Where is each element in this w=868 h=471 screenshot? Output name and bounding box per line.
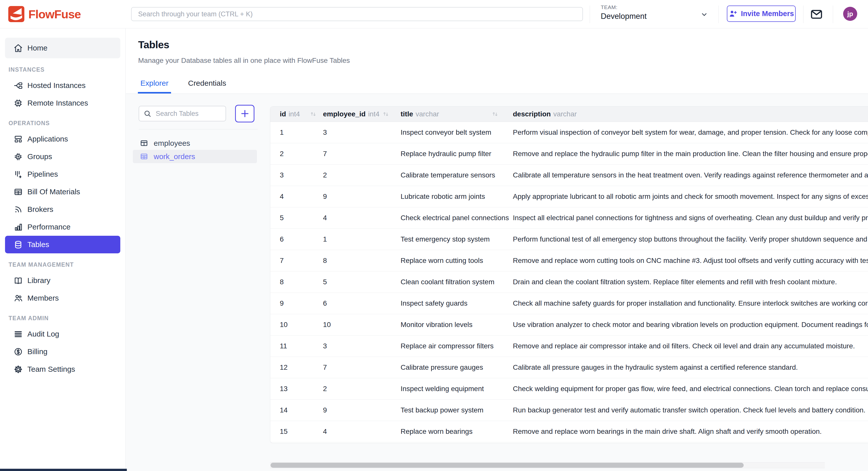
table-row[interactable]: 13 2 Inspect welding equipment Check wel… — [270, 378, 868, 400]
cell-employee-id: 10 — [323, 321, 401, 329]
page-header: Tables Manage your Database tables all i… — [126, 28, 868, 94]
sidebar-item-billing[interactable]: Billing — [5, 343, 120, 360]
divider — [138, 129, 258, 129]
cell-id: 9 — [270, 299, 323, 307]
tab-credentials[interactable]: Credentials — [186, 79, 229, 93]
scrollbar-thumb[interactable] — [271, 463, 744, 468]
table-list-item-work-orders[interactable]: work_orders — [133, 150, 257, 163]
table-row[interactable]: 12 7 Calibrate pressure gauges Calibrate… — [270, 357, 868, 378]
cell-id: 4 — [270, 193, 323, 201]
cell-title: Calibrate temperature sensors — [401, 171, 513, 179]
cell-id: 14 — [270, 406, 323, 414]
cell-id: 1 — [270, 128, 323, 137]
cell-id: 13 — [270, 385, 323, 393]
sidebar-item-team-settings[interactable]: Team Settings — [5, 360, 120, 378]
cell-id: 10 — [270, 321, 323, 329]
section-label-operations: OPERATIONS — [8, 120, 117, 127]
table-row[interactable]: 10 10 Monitor vibration levels Use vibra… — [270, 314, 868, 335]
cell-description: Inspect all electrical panel connections… — [513, 214, 868, 222]
sort-icon[interactable] — [491, 110, 499, 118]
invite-members-button[interactable]: Invite Members — [727, 5, 796, 22]
search-tables-input[interactable] — [138, 106, 226, 121]
flowfuse-logo[interactable]: FlowFuse — [8, 6, 81, 22]
billing-icon — [13, 347, 23, 356]
plus-icon — [240, 109, 250, 119]
notifications-button[interactable] — [810, 7, 823, 21]
sidebar-item-library[interactable]: Library — [5, 272, 120, 289]
bill-of-materials-icon — [13, 187, 23, 197]
cell-description: Perform visual inspection of conveyor be… — [513, 128, 868, 137]
sidebar-item-audit-log[interactable]: Audit Log — [5, 325, 120, 343]
sidebar-item-bill-of-materials[interactable]: Bill Of Materials — [5, 183, 120, 201]
sidebar-item-label: Remote Instances — [27, 99, 88, 107]
cell-id: 5 — [270, 214, 323, 222]
cell-title: Replace worn cutting tools — [401, 257, 513, 265]
sidebar-item-label: Pipelines — [27, 170, 58, 178]
section-label-team-admin: TEAM ADMIN — [8, 315, 117, 322]
table-row[interactable]: 2 7 Replace hydraulic pump filter Remove… — [270, 143, 868, 165]
sidebar-item-home[interactable]: Home — [5, 38, 120, 58]
page-subtitle: Manage your Database tables all in one p… — [138, 57, 350, 65]
global-search-input[interactable] — [131, 7, 583, 21]
cell-employee-id: 2 — [323, 171, 401, 179]
sidebar-item-tables[interactable]: Tables — [5, 236, 120, 253]
team-selector[interactable]: TEAM: Development — [601, 4, 647, 21]
cell-employee-id: 8 — [323, 257, 401, 265]
table-row[interactable]: 1 3 Inspect conveyor belt system Perform… — [270, 122, 868, 143]
table-row[interactable]: 8 5 Clean coolant filtration system Drai… — [270, 271, 868, 293]
table-row[interactable]: 5 4 Check electrical panel connections I… — [270, 207, 868, 229]
groups-icon — [13, 152, 23, 161]
cell-description: Drain and clean the coolant filtration s… — [513, 278, 837, 286]
chevron-down-icon[interactable] — [700, 10, 709, 19]
page-title: Tables — [138, 39, 169, 51]
cell-title: Inspect safety guards — [401, 299, 513, 307]
horizontal-scrollbar[interactable] — [270, 462, 825, 468]
cell-title: Replace worn bearings — [401, 428, 513, 436]
invite-members-label: Invite Members — [741, 9, 794, 18]
table-row[interactable]: 4 9 Lubricate robotic arm joints Apply a… — [270, 186, 868, 207]
applications-icon — [13, 135, 23, 144]
table-list-item-employees[interactable]: employees — [133, 137, 257, 150]
sidebar-item-label: Tables — [27, 240, 49, 249]
table-row[interactable]: 15 4 Replace worn bearings Remove and re… — [270, 421, 868, 442]
sidebar-item-applications[interactable]: Applications — [5, 130, 120, 148]
cell-employee-id: 5 — [323, 278, 401, 286]
cell-id: 6 — [270, 235, 323, 243]
user-plus-icon — [728, 9, 738, 18]
sort-icon[interactable] — [309, 110, 317, 118]
cell-employee-id: 7 — [323, 150, 401, 158]
add-table-button[interactable] — [235, 105, 254, 122]
column-header-description: description varchar — [513, 110, 868, 118]
audit-log-icon — [13, 329, 23, 339]
tab-explorer[interactable]: Explorer — [138, 79, 171, 93]
sidebar-item-label: Hosted Instances — [27, 81, 86, 90]
table-row[interactable]: 14 9 Test backup power system Run backup… — [270, 400, 868, 421]
table-row[interactable]: 9 6 Inspect safety guards Check all mach… — [270, 293, 868, 314]
members-icon — [13, 294, 23, 303]
cell-title: Replace hydraulic pump filter — [401, 150, 513, 158]
performance-icon — [13, 223, 23, 232]
sidebar-item-label: Performance — [27, 223, 70, 231]
section-label-team-management: TEAM MANAGEMENT — [8, 261, 117, 268]
table-row[interactable]: 11 3 Replace air compressor filters Remo… — [270, 335, 868, 357]
cell-employee-id: 3 — [323, 128, 401, 137]
sidebar-item-performance[interactable]: Performance — [5, 218, 120, 236]
table-row[interactable]: 3 2 Calibrate temperature sensors Calibr… — [270, 165, 868, 186]
cell-description: Run backup generator test and verify aut… — [513, 406, 866, 414]
sort-icon[interactable] — [382, 110, 390, 118]
team-label: TEAM: — [601, 4, 647, 10]
avatar-initials: jp — [847, 10, 853, 18]
sidebar-item-members[interactable]: Members — [5, 289, 120, 307]
table-body: 1 3 Inspect conveyor belt system Perform… — [270, 122, 868, 442]
user-avatar[interactable]: jp — [843, 7, 857, 21]
sidebar-item-pipelines[interactable]: Pipelines — [5, 166, 120, 183]
sidebar-item-remote-instances[interactable]: Remote Instances — [5, 94, 120, 112]
sidebar-item-label: Team Settings — [27, 365, 75, 374]
sidebar-item-hosted-instances[interactable]: Hosted Instances — [5, 77, 120, 94]
sidebar-item-groups[interactable]: Groups — [5, 148, 120, 166]
table-row[interactable]: 7 8 Replace worn cutting tools Remove an… — [270, 250, 868, 271]
mail-icon — [810, 7, 823, 21]
sidebar-item-brokers[interactable]: Brokers — [5, 201, 120, 218]
cell-description: Perform functional test of all emergency… — [513, 235, 868, 243]
table-row[interactable]: 6 1 Test emergency stop system Perform f… — [270, 229, 868, 250]
